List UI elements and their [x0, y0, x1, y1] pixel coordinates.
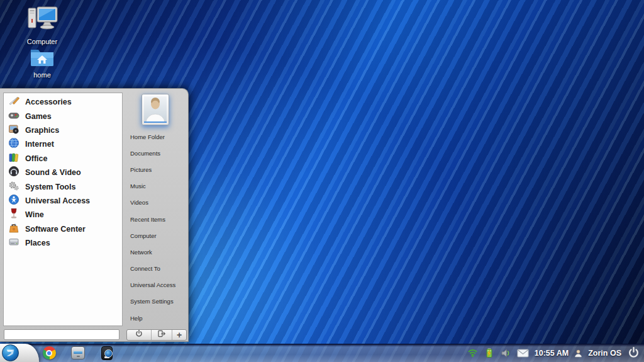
menu-category-places[interactable]: Places	[4, 236, 122, 250]
menu-category-list: Accessories Games Gra	[3, 93, 123, 326]
places-icon	[8, 236, 19, 250]
place-system-settings[interactable]: System Settings	[123, 293, 187, 310]
place-network[interactable]: Network	[123, 244, 187, 260]
place-label: Help	[130, 315, 143, 322]
menu-category-sound-video[interactable]: Sound & Video	[4, 166, 122, 179]
menu-category-label: Wine	[25, 210, 44, 219]
menu-category-label: Office	[25, 154, 47, 163]
logout-button[interactable]	[152, 330, 172, 340]
menu-places-panel: Home Folder Documents Pictures Music Vid…	[123, 89, 187, 341]
session-menu-label[interactable]: Zorin OS	[588, 349, 621, 358]
menu-category-internet[interactable]: Internet	[4, 137, 122, 151]
place-help[interactable]: Help	[123, 310, 187, 326]
menu-category-label: Accessories	[25, 98, 72, 106]
media-app-launcher[interactable]	[99, 346, 114, 361]
start-menu: Accessories Games Gra	[0, 88, 189, 342]
place-label: Universal Access	[130, 281, 175, 288]
menu-category-office[interactable]: Office	[4, 152, 122, 166]
place-label: Music	[130, 183, 146, 189]
place-label: Home Folder	[130, 133, 165, 140]
menu-search-input[interactable]	[4, 329, 119, 340]
taskbar-launchers	[42, 344, 114, 362]
plus-icon: +	[177, 331, 182, 339]
zorin-logo-icon	[2, 344, 19, 361]
desktop-icon-computer[interactable]: Computer	[18, 5, 67, 45]
volume-icon[interactable]	[501, 348, 511, 358]
logout-icon	[157, 329, 166, 341]
chrome-icon	[43, 346, 56, 359]
system-tools-icon	[8, 180, 19, 194]
place-universal-access[interactable]: Universal Access	[123, 277, 187, 293]
desktop-icon-label: Computer	[18, 38, 67, 45]
graphics-icon	[8, 123, 19, 137]
place-label: System Settings	[130, 298, 174, 305]
menu-category-graphics[interactable]: Graphics	[4, 123, 122, 137]
games-icon	[8, 110, 19, 123]
internet-icon	[8, 137, 19, 151]
file-manager-launcher[interactable]	[70, 346, 86, 361]
menu-category-label: Software Center	[25, 225, 86, 234]
menu-category-software-center[interactable]: Software Center	[4, 222, 122, 236]
menu-category-accessories[interactable]: Accessories	[4, 95, 122, 109]
power-icon	[135, 329, 143, 341]
office-icon	[8, 152, 19, 166]
menu-category-games[interactable]: Games	[4, 109, 122, 123]
place-music[interactable]: Music	[123, 178, 187, 195]
desktop-icon-home[interactable]: home	[18, 46, 67, 79]
media-app-icon	[101, 346, 113, 360]
place-label: Connect To	[130, 265, 160, 272]
zorin-menu-button[interactable]	[0, 344, 39, 362]
menu-category-label: Places	[25, 239, 50, 247]
add-button[interactable]: +	[172, 330, 186, 340]
user-avatar-picture	[144, 96, 167, 123]
mail-icon[interactable]	[517, 349, 529, 358]
battery-charging-icon[interactable]	[484, 348, 495, 358]
home-folder-icon	[28, 59, 56, 69]
place-documents[interactable]: Documents	[123, 145, 187, 161]
menu-category-system-tools[interactable]: System Tools	[4, 179, 122, 193]
accessories-icon	[8, 95, 19, 109]
menu-category-label: Games	[25, 112, 52, 121]
session-buttons: +	[126, 329, 187, 341]
wifi-icon[interactable]	[467, 348, 478, 358]
place-videos[interactable]: Videos	[123, 195, 187, 211]
desktop-icon-label: home	[18, 71, 67, 79]
wine-icon	[8, 208, 19, 222]
place-pictures[interactable]: Pictures	[123, 161, 187, 178]
sound-video-icon	[8, 166, 19, 179]
place-label: Computer	[130, 232, 157, 239]
place-label: Recent Items	[130, 216, 165, 223]
place-label: Documents	[130, 150, 160, 157]
user-avatar[interactable]	[142, 94, 169, 125]
taskbar: 10:55 AM Zorin OS	[0, 344, 644, 362]
menu-category-label: System Tools	[25, 183, 75, 191]
desktop-screen: Computer home Accessories	[0, 0, 644, 362]
place-label: Pictures	[130, 166, 152, 173]
menu-category-universal-access[interactable]: Universal Access	[4, 194, 122, 208]
place-computer[interactable]: Computer	[123, 227, 187, 244]
menu-category-label: Universal Access	[25, 196, 90, 205]
place-home-folder[interactable]: Home Folder	[123, 128, 187, 145]
place-label: Videos	[130, 199, 148, 206]
menu-category-label: Graphics	[25, 126, 59, 135]
place-recent-items[interactable]: Recent Items	[123, 211, 187, 227]
menu-category-label: Internet	[25, 140, 54, 149]
power-button[interactable]	[627, 346, 640, 359]
menu-category-label: Sound & Video	[25, 168, 81, 177]
universal-access-icon	[8, 194, 19, 208]
place-connect-to[interactable]: Connect To	[123, 261, 187, 277]
menu-category-wine[interactable]: Wine	[4, 208, 122, 222]
computer-icon	[25, 25, 59, 36]
file-manager-icon	[71, 346, 85, 359]
clock[interactable]: 10:55 AM	[535, 349, 569, 358]
place-label: Network	[130, 249, 152, 256]
software-center-icon	[8, 222, 19, 236]
chrome-launcher[interactable]	[42, 346, 57, 361]
menu-places-list: Home Folder Documents Pictures Music Vid…	[123, 128, 187, 326]
system-tray: 10:55 AM Zorin OS	[467, 344, 641, 362]
shutdown-button[interactable]	[127, 330, 152, 340]
user-icon	[574, 349, 582, 358]
